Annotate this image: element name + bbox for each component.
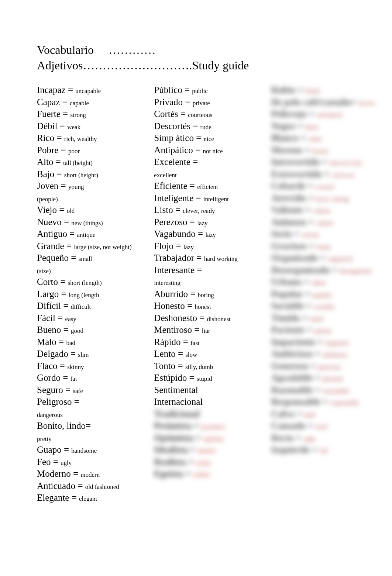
vocab-definition: handsome <box>71 447 97 454</box>
vocab-term: Urbano = <box>271 277 312 287</box>
column-1: Incapaz = uncapableCapaz = capableFuerte… <box>37 84 143 504</box>
vocab-term: Sociable = <box>271 301 314 311</box>
vocab-entry: Responsable = responsible <box>271 396 377 408</box>
vocab-entry: Pesimista = pessimist <box>154 420 260 432</box>
vocab-term: Tradicional <box>154 409 199 419</box>
vocab-term: Trabajador = <box>154 253 204 263</box>
vocab-definition: poor <box>68 148 80 155</box>
vocab-term: Largo = <box>37 289 69 299</box>
vocab-term: Moreno = <box>271 145 312 155</box>
vocab-definition: fat <box>70 375 77 382</box>
vocab-entry: Honesto = honest <box>154 300 260 312</box>
vocab-entry: Corto = short (length) <box>37 276 143 288</box>
vocab-term: Descortés = <box>154 121 200 131</box>
vocab-entry: Internacional <box>154 396 260 408</box>
vocab-term: Flojo = <box>154 241 183 251</box>
vocab-entry: Bajo = short (height) <box>37 168 143 180</box>
vocab-term: Peligroso = <box>37 397 79 407</box>
vocab-definition: honest <box>195 303 211 310</box>
vocab-definition: optimist <box>203 435 224 442</box>
vocab-entry: Gordo = fat <box>37 372 143 384</box>
vocab-definition: dishonest <box>207 315 231 323</box>
vocab-entry: Pobre = poor <box>37 144 143 156</box>
vocab-definition: silly, dumb <box>185 363 213 370</box>
vocab-entry: Sentimental <box>154 384 260 396</box>
vocab-term: Internacional <box>154 397 203 407</box>
vocab-note: (height) <box>71 159 93 166</box>
vocab-entry: Rico = rich, wealthy <box>37 132 143 144</box>
vocab-term: Pelirrojo = <box>271 109 316 119</box>
vocab-entry: Largo = long (length <box>37 288 143 300</box>
vocab-entry: Pequeño = small <box>37 252 143 264</box>
vocab-definition: pleasant <box>323 375 343 382</box>
vocab-definition: small <box>79 255 92 262</box>
vocab-definition: coward <box>315 183 334 190</box>
vocab-entry: Gracioso = funny <box>271 240 377 252</box>
vocab-term: Desorganizado = <box>271 265 340 275</box>
vocab-entry: Eficiente = efficient <box>154 180 260 192</box>
vocab-note: (people) <box>37 196 58 203</box>
vocab-term: Realista = <box>154 457 196 467</box>
vocab-entry: Tonto = silly, dumb <box>154 360 260 372</box>
vocab-definition: popular <box>313 292 332 299</box>
vocab-term: Incapaz = <box>37 85 75 95</box>
vocab-term: Estúpido = <box>154 373 197 383</box>
vocab-definition: private <box>193 100 210 107</box>
vocab-entry: Atrevido = brave, daring <box>271 192 377 204</box>
vocab-definition: red-haired <box>316 111 342 118</box>
vocab-entry: Lento = slow <box>154 348 260 360</box>
vocab-definition: young <box>68 183 84 190</box>
vocab-definition: nice <box>204 135 214 142</box>
vocab-entry: Generoso = generous <box>271 360 377 372</box>
vocab-note: interesting <box>154 279 180 286</box>
vocab-term: Cortés = <box>154 109 188 119</box>
vocab-entry: Cortés = courteous <box>154 108 260 120</box>
vocab-definition: clever, ready <box>183 207 215 214</box>
vocab-term: Simp ático = <box>154 133 203 143</box>
vocab-term: Excelente = <box>154 157 198 167</box>
vocab-term: Impaciente = <box>271 337 325 347</box>
vocab-entry: Delgado = slim <box>37 348 143 360</box>
vocab-definition: lazy <box>183 244 194 251</box>
vocab-definition: uncapable <box>75 87 101 94</box>
vocab-term: Corto = <box>37 277 68 287</box>
vocab-definition: lazy <box>197 220 207 227</box>
vocab-definition: brave, daring <box>316 196 349 203</box>
vocab-entry: Capaz = capable <box>37 96 143 108</box>
vocab-entry: Simp ático = nice <box>154 132 260 144</box>
vocab-note-line: interesting <box>154 276 260 288</box>
vocab-term: Vagabundo = <box>154 229 205 239</box>
vocab-term: Viejo = <box>37 205 67 215</box>
vocab-term: Rico = <box>37 133 64 143</box>
vocab-definition: liar <box>202 327 210 334</box>
vocab-entry: Antiguo = antique <box>37 228 143 240</box>
vocab-entry: Nuevo = new (things) <box>37 216 143 228</box>
vocab-definition: lazy <box>205 231 216 238</box>
vocab-term: De pelo café/castaño= <box>271 97 359 107</box>
vocab-term: Bajo = <box>37 169 64 179</box>
vocab-definition: modern <box>80 471 100 478</box>
vocab-entry: Moderno = modern <box>37 468 143 480</box>
vocab-term: Cansado = <box>271 421 316 431</box>
vocab-entry: Idealista = idealist <box>154 444 260 456</box>
vocab-definition: patient <box>314 327 331 334</box>
vocab-entry: Difícil = difficult <box>37 300 143 312</box>
vocab-term: Razonable = <box>271 385 323 395</box>
vocab-term: Pobre = <box>37 145 68 155</box>
vocab-definition: slim <box>78 351 89 358</box>
vocab-entry: Realista = realist <box>154 456 260 468</box>
vocab-term: Interesante = <box>154 265 202 275</box>
vocab-entry: Moreno = brunet <box>271 144 377 156</box>
document-header: Vocabulario ………… Adjetivos……………………….Stud… <box>37 42 377 73</box>
vocab-entry: Rubio = blond <box>271 84 377 96</box>
vocab-term: Introvertido = <box>271 157 330 167</box>
vocab-term: Rápido = <box>154 337 190 347</box>
vocab-entry: Viejo = old <box>37 204 143 216</box>
vocab-entry: Privado = private <box>154 96 260 108</box>
vocab-term: Responsable = <box>271 397 330 407</box>
vocab-entry: Malo = bad <box>37 336 143 348</box>
vocab-term: Público = <box>154 85 192 95</box>
vocab-definition: old fashioned <box>85 483 119 490</box>
vocab-definition: bald <box>304 411 315 418</box>
vocab-definition: valient <box>316 220 333 227</box>
